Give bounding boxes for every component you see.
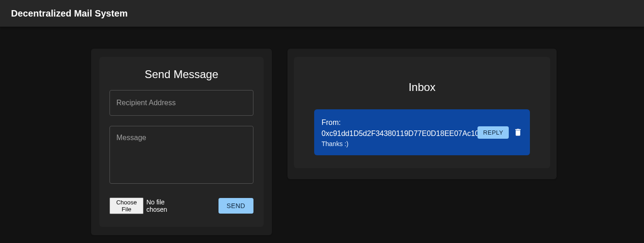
recipient-address-input[interactable] [109,90,253,116]
file-picker[interactable]: Choose File No file chosen [109,198,181,214]
app-title: Decentralized Mail System [11,8,128,19]
inbox-title: Inbox [314,81,530,94]
message-textarea[interactable] [109,126,253,184]
choose-file-button[interactable]: Choose File [109,198,144,214]
inbox-inner: Inbox From: 0xc91dd1D5d2F34380119D77E0D1… [294,57,550,168]
send-message-inner: Send Message Choose File No file chosen … [99,57,264,227]
from-address: 0xc91dd1D5d2F34380119D77E0D18EE07Ac10A39… [322,130,500,137]
inbox-message-actions: REPLY [477,126,523,139]
inbox-message-text: From: 0xc91dd1D5d2F34380119D77E0D18EE07A… [322,117,473,147]
inbox-message-body: Thanks :) [322,140,473,147]
reply-button[interactable]: REPLY [477,126,509,139]
send-button[interactable]: SEND [218,198,254,214]
from-label: From: [322,119,341,126]
inbox-card: Inbox From: 0xc91dd1D5d2F34380119D77E0D1… [288,49,557,179]
send-actions-row: Choose File No file chosen SEND [109,198,253,214]
appbar: Decentralized Mail System [0,0,644,27]
send-message-card: Send Message Choose File No file chosen … [91,49,272,235]
delete-icon[interactable] [513,127,523,137]
main-container: Send Message Choose File No file chosen … [0,27,644,235]
file-status-label: No file chosen [146,198,180,213]
send-title: Send Message [109,68,253,81]
inbox-message: From: 0xc91dd1D5d2F34380119D77E0D18EE07A… [314,109,530,155]
